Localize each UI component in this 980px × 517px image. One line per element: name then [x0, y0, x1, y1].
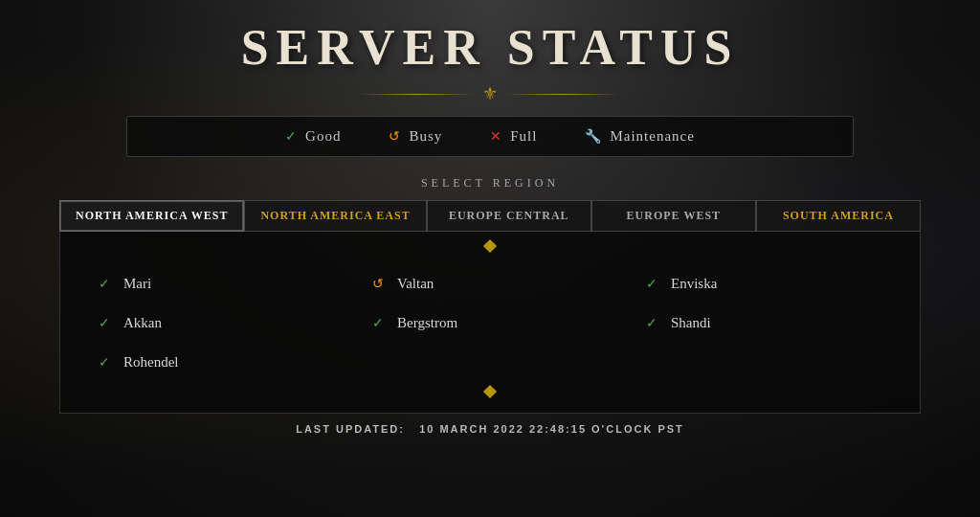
full-icon: ✕ — [490, 128, 502, 145]
mari-status-icon: ✓ — [99, 276, 114, 292]
server-item-mari: ✓ Mari — [89, 268, 344, 300]
legend-maintenance: 🔧 Maintenance — [585, 128, 694, 145]
legend-full: ✕ Full — [490, 128, 537, 145]
server-grid: ✓ Mari ↺ Valtan ✓ Enviska ✓ Akkan ✓ Berg… — [89, 260, 891, 386]
rohendel-name: Rohendel — [123, 354, 179, 371]
bergstrom-status-icon: ✓ — [372, 315, 388, 331]
legend-good-label: Good — [305, 128, 341, 145]
diamond-top-shape — [483, 239, 497, 253]
page-title: SERVER STATUS — [241, 19, 740, 76]
server-item-valtan: ↺ Valtan — [363, 268, 617, 300]
panel-top-diamond — [89, 246, 891, 256]
title-divider: ⚜ — [360, 83, 620, 104]
tab-eu-west[interactable]: EUROPE WEST — [591, 200, 756, 232]
mari-name: Mari — [123, 276, 151, 292]
tab-eu-central[interactable]: EUROPE CENTRAL — [427, 200, 591, 232]
region-tabs: NORTH AMERICA WEST NORTH AMERICA EAST EU… — [59, 200, 921, 232]
legend-busy: ↺ Busy — [389, 128, 442, 145]
busy-icon: ↺ — [389, 128, 401, 145]
select-region-label: SELECT REGION — [421, 176, 559, 191]
rohendel-status-icon: ✓ — [99, 354, 114, 371]
akkan-name: Akkan — [123, 315, 162, 331]
last-updated-value: 10 MARCH 2022 22:48:15 O'CLOCK PST — [419, 423, 684, 435]
legend-bar: ✓ Good ↺ Busy ✕ Full 🔧 Maintenance — [126, 116, 854, 157]
valtan-status-icon: ↺ — [372, 276, 388, 292]
diamond-bottom-shape — [483, 385, 497, 398]
legend-maintenance-label: Maintenance — [610, 128, 694, 145]
divider-line-left — [360, 94, 475, 95]
valtan-name: Valtan — [397, 276, 434, 292]
server-item-bergstrom: ✓ Bergstrom — [363, 307, 617, 339]
server-item-akkan: ✓ Akkan — [89, 307, 344, 339]
tab-na-west[interactable]: NORTH AMERICA WEST — [59, 200, 244, 232]
good-icon: ✓ — [285, 128, 298, 145]
enviska-name: Enviska — [671, 276, 717, 292]
bergstrom-name: Bergstrom — [397, 315, 457, 331]
shandi-status-icon: ✓ — [646, 315, 661, 331]
maintenance-icon: 🔧 — [585, 128, 602, 145]
server-item-empty-2 — [636, 347, 891, 378]
divider-line-right — [505, 94, 620, 95]
legend-good: ✓ Good — [285, 128, 341, 145]
akkan-status-icon: ✓ — [99, 315, 114, 331]
server-item-rohendel: ✓ Rohendel — [89, 347, 344, 378]
legend-full-label: Full — [510, 128, 537, 145]
legend-busy-label: Busy — [409, 128, 442, 145]
server-panel: ✓ Mari ↺ Valtan ✓ Enviska ✓ Akkan ✓ Berg… — [59, 232, 921, 414]
ornament-symbol: ⚜ — [482, 83, 498, 104]
server-item-empty-1 — [363, 347, 617, 378]
last-updated: LAST UPDATED: 10 MARCH 2022 22:48:15 O'C… — [296, 423, 684, 435]
panel-bottom-diamond — [89, 386, 891, 403]
enviska-status-icon: ✓ — [646, 276, 661, 292]
server-item-enviska: ✓ Enviska — [636, 268, 891, 300]
tab-na-east[interactable]: NORTH AMERICA EAST — [244, 200, 426, 232]
server-item-shandi: ✓ Shandi — [636, 307, 891, 339]
tab-south-america[interactable]: SOUTH AMERICA — [756, 200, 921, 232]
last-updated-label: LAST UPDATED: — [296, 423, 405, 435]
main-container: SERVER STATUS ⚜ ✓ Good ↺ Busy ✕ Full 🔧 M… — [0, 0, 980, 517]
shandi-name: Shandi — [671, 315, 711, 331]
